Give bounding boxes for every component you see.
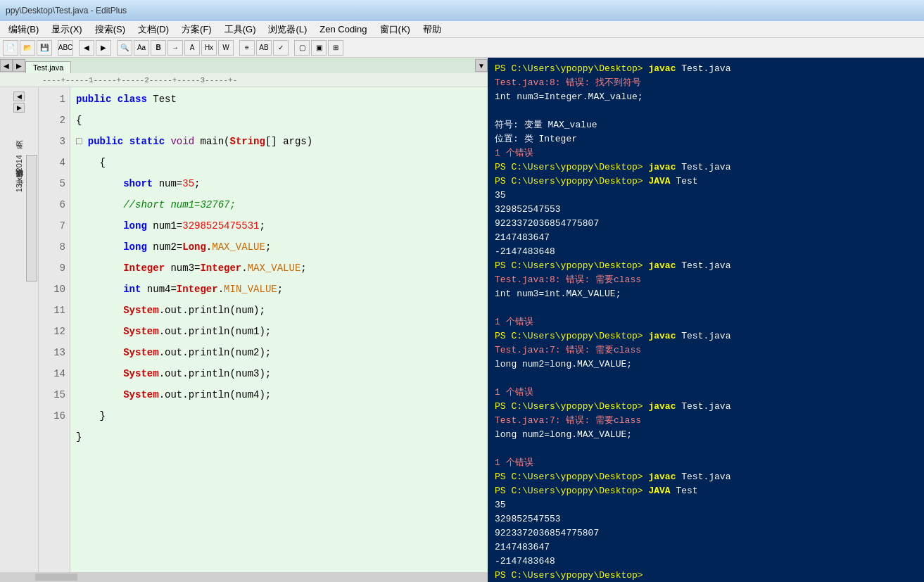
line-num-14: 14 [39,363,65,384]
line-num-16: 16 [39,405,65,426]
line-num-4: 4 [39,152,65,173]
menu-edit[interactable]: 编辑(B) [3,22,44,37]
menu-zencoding[interactable]: Zen Coding [314,23,372,36]
ps-line-7: PS C:\Users\ypoppy\Desktop> javac Test.j… [495,470,917,484]
ps-line-8: PS C:\Users\ypoppy\Desktop> JAVA Test [495,484,917,498]
toolbar-hx[interactable]: Hx [201,40,217,56]
menu-help[interactable]: 帮助 [417,22,447,37]
toolbar-replace[interactable]: Aa [134,40,149,56]
ps-output-35-1: 35 [495,189,917,203]
menu-browser[interactable]: 浏览器(L) [262,22,312,37]
code-editor[interactable]: public class Test { □ public static void… [70,87,488,572]
menu-view[interactable]: 显示(X) [46,22,87,37]
line-numbers: 1 2 3 4 5 6 7 8 9 10 11 12 13 14 15 16 [39,87,70,572]
toolbar-ab[interactable]: AB [256,40,272,56]
toolbar-format[interactable]: ≡ [239,40,255,56]
code-area[interactable]: 1 2 3 4 5 6 7 8 9 10 11 12 13 14 15 16 [39,87,488,572]
line-num-11: 11 [39,300,65,321]
toolbar-indent[interactable]: → [167,40,183,56]
line-num-15: 15 [39,384,65,405]
toolbar-save[interactable]: 💾 [37,40,52,56]
ps-final-prompt: PS C:\Users\ypoppy\Desktop> [495,569,917,582]
toolbar-w[interactable]: W [218,40,234,56]
toolbar-fwd[interactable]: ▶ [96,40,111,56]
toolbar-b[interactable]: B [151,40,166,56]
sidebar-nav-arrows: ◀ ▶ [13,91,25,113]
line-num-3: 3 [39,131,65,152]
ps-code-4: long num2=long.MAX_VALUE; [495,428,917,442]
title-text: ppy\Desktop\Test.java - EditPlus [6,6,127,15]
nav-left-btn[interactable]: ◀ [0,59,13,72]
ps-code-2: int num3=int.MAX_VALUE; [495,287,917,301]
ps-line-symbol: 符号: 变量 MAX_value [495,118,917,132]
line-num-8: 8 [39,236,65,258]
menubar: 编辑(B) 显示(X) 搜索(S) 文档(D) 方案(F) 工具(G) 浏览器(… [0,21,924,38]
ps-error-2: Test.java:8: 错误: 需要class [495,273,917,287]
main-area: ◀ ▶ Test.java ▼ ----+-----1-----+-----2-… [0,58,924,582]
menu-tools[interactable]: 工具(G) [219,22,262,37]
ps-output-35-2: 35 [495,498,917,512]
toolbar-a[interactable]: A [184,40,200,56]
ps-line-error-1: Test.java:8: 错误: 找不到符号 [495,76,917,90]
ps-line-3: PS C:\Users\ypoppy\Desktop> JAVA Test [495,175,917,189]
line-num-9: 9 [39,258,65,279]
vertical-scrollbar[interactable] [26,155,37,281]
ps-blank-2 [495,301,917,315]
scroll-nav-bar: ◀ ▶ Test.java ▼ [0,58,488,73]
toolbar-box1[interactable]: ▢ [294,40,310,56]
ps-code-3: long num2=long.MAX_VALUE; [495,358,917,372]
ps-output-num1-2: 329852547553 [495,512,917,526]
ps-line-2: PS C:\Users\ypoppy\Desktop> javac Test.j… [495,160,917,175]
menu-doc[interactable]: 文档(D) [132,22,175,37]
ps-count-2: 1 个错误 [495,315,917,329]
horizontal-scrollbar[interactable] [0,572,488,582]
ps-output-num2-2: 9223372036854775807 [495,526,917,540]
line-num-6: 6 [39,194,65,215]
line-num-2: 2 [39,110,65,131]
line-num-10: 10 [39,279,65,300]
sidebar-label2: 续表.xls [14,172,25,184]
sidebar-label1: 2014马文 [14,155,25,172]
editor-container: ◀ ▶ Test.java ▼ ----+-----1-----+-----2-… [0,58,488,582]
sidebar-up-btn[interactable]: ◀ [13,91,25,101]
ps-blank-4 [495,442,917,456]
ps-line-5: PS C:\Users\ypoppy\Desktop> javac Test.j… [495,329,917,343]
ruler: ----+-----1-----+-----2-----+-----3-----… [0,73,488,87]
line-num-12: 12 [39,321,65,342]
toolbar-new[interactable]: 📄 [3,40,18,56]
ps-output-num3-2: 2147483647 [495,540,917,555]
file-tab[interactable]: Test.java [25,61,71,73]
line-num-7: 7 [39,215,65,236]
ps-blank-3 [495,372,917,386]
toolbar-check[interactable]: ✓ [273,40,289,56]
ps-output-num4-2: -2147483648 [495,555,917,569]
ps-line-4: PS C:\Users\ypoppy\Desktop> javac Test.j… [495,259,917,273]
menu-scheme[interactable]: 方案(F) [176,22,217,37]
scrollbar-thumb[interactable] [35,574,77,581]
line-num-13: 13 [39,342,65,363]
toolbar-box3[interactable]: ⊞ [328,40,343,56]
toolbar-spell[interactable]: ABC [58,40,73,56]
ps-line-blank-1 [495,104,917,118]
ps-line-6: PS C:\Users\ypoppy\Desktop> javac Test.j… [495,400,917,414]
ps-line-location: 位置: 类 Integer [495,132,917,146]
ps-output-num2-1: 9223372036854775807 [495,217,917,231]
sidebar-down-btn[interactable]: ▶ [13,103,25,113]
nav-right-btn[interactable]: ▶ [13,59,25,72]
ps-line-1: PS C:\Users\ypoppy\Desktop> javac Test.j… [495,62,917,76]
toolbar-back[interactable]: ◀ [79,40,94,56]
toolbar-open[interactable]: 📂 [20,40,35,56]
nav-dropdown-btn[interactable]: ▼ [475,59,488,72]
titlebar: ppy\Desktop\Test.java - EditPlus [0,0,924,21]
line-num-1: 1 [39,89,65,110]
ps-count-4: 1 个错误 [495,456,917,470]
ps-output-num4-1: -2147483648 [495,245,917,259]
toolbar: 📄 📂 💾 ABC ◀ ▶ 🔍 Aa B → A Hx W ≡ AB ✓ ▢ ▣… [0,38,924,58]
toolbar-search[interactable]: 🔍 [117,40,132,56]
toolbar-box2[interactable]: ▣ [311,40,327,56]
ps-error-3: Test.java:7: 错误: 需要class [495,343,917,358]
ps-output-num1-1: 329852547553 [495,203,917,217]
powershell-panel[interactable]: PS C:\Users\ypoppy\Desktop> javac Test.j… [488,58,924,582]
menu-search[interactable]: 搜索(S) [89,22,131,37]
menu-window[interactable]: 窗口(K) [374,22,416,37]
